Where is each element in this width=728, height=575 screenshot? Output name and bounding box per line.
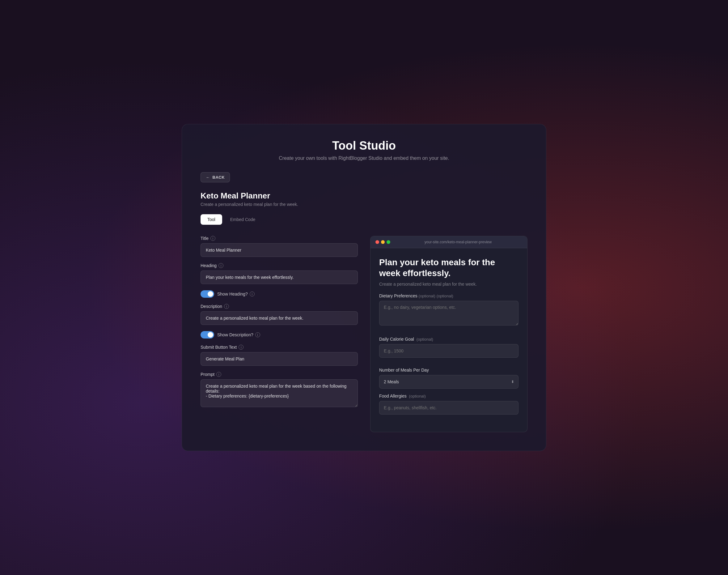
- browser-dots: [375, 240, 390, 244]
- main-container: Tool Studio Create your own tools with R…: [182, 124, 546, 451]
- calorie-optional-text: (optional): [416, 337, 433, 342]
- show-description-toggle-row: Show Description? i: [201, 331, 358, 339]
- browser-dot-yellow: [381, 240, 385, 244]
- heading-input[interactable]: [201, 270, 358, 284]
- preview-allergies-input[interactable]: [379, 401, 518, 414]
- show-heading-label: Show Heading? i: [217, 292, 255, 297]
- preview-allergies-group: Food Allergies (optional): [379, 394, 518, 419]
- preview-calorie-input[interactable]: [379, 344, 518, 358]
- submit-button-info-icon[interactable]: i: [239, 345, 244, 350]
- show-description-label: Show Description? i: [217, 332, 260, 337]
- preview-heading: Plan your keto meals for the week effort…: [379, 257, 518, 278]
- title-field-label: Title i: [201, 236, 358, 241]
- heading-info-icon[interactable]: i: [218, 263, 223, 268]
- browser-content: Plan your keto meals for the week effort…: [370, 248, 527, 432]
- preview-allergies-label: Food Allergies (optional): [379, 394, 518, 399]
- left-panel: Title i Heading i Show Heading? i: [201, 236, 358, 432]
- browser-window: your-site.com/keto-meal-planner-preview …: [370, 236, 527, 432]
- browser-dot-green: [387, 240, 390, 244]
- dietary-optional-text: (optional): [437, 294, 453, 298]
- submit-button-field-label: Submit Button Text i: [201, 345, 358, 350]
- preview-calorie-label: Daily Calorie Goal (optional): [379, 337, 518, 342]
- preview-meals-group: Number of Meals Per Day 2 Meals 3 Meals …: [379, 368, 518, 388]
- preview-meals-select-wrapper: 2 Meals 3 Meals 4 Meals 5 Meals ⬍: [379, 375, 518, 388]
- preview-description: Create a personalized keto meal plan for…: [379, 282, 518, 286]
- back-button-label: BACK: [213, 175, 225, 180]
- preview-meals-select[interactable]: 2 Meals 3 Meals 4 Meals 5 Meals: [379, 375, 518, 388]
- page-subtitle: Create your own tools with RightBlogger …: [201, 156, 527, 161]
- back-button[interactable]: ← BACK: [201, 172, 230, 182]
- prompt-info-icon[interactable]: i: [216, 372, 221, 377]
- tool-name: Keto Meal Planner: [201, 191, 527, 201]
- submit-button-input[interactable]: [201, 352, 358, 366]
- tool-title-section: Keto Meal Planner Create a personalized …: [201, 191, 527, 207]
- content-grid: Title i Heading i Show Heading? i: [201, 236, 527, 432]
- browser-url: your-site.com/keto-meal-planner-preview: [394, 240, 522, 244]
- heading-field-group: Heading i: [201, 263, 358, 284]
- tool-description: Create a personalized keto meal plan for…: [201, 202, 527, 207]
- prompt-field-group: Prompt i Create a personalized keto meal…: [201, 372, 358, 407]
- heading-field-label: Heading i: [201, 263, 358, 268]
- show-heading-toggle-row: Show Heading? i: [201, 290, 358, 298]
- show-heading-toggle[interactable]: [201, 290, 214, 298]
- description-field-group: Description i: [201, 304, 358, 325]
- page-title: Tool Studio: [201, 139, 527, 153]
- preview-dietary-textarea[interactable]: [379, 301, 518, 326]
- preview-meals-label: Number of Meals Per Day: [379, 368, 518, 373]
- preview-dietary-label: Dietary Preferences (optional) (optional…: [379, 293, 518, 298]
- page-header: Tool Studio Create your own tools with R…: [201, 139, 527, 161]
- browser-bar: your-site.com/keto-meal-planner-preview: [370, 236, 527, 248]
- description-info-icon[interactable]: i: [224, 304, 229, 309]
- allergies-optional-text: (optional): [409, 394, 426, 399]
- tab-embed-code[interactable]: Embed Code: [223, 214, 262, 225]
- description-input[interactable]: [201, 311, 358, 325]
- tabs-row: Tool Embed Code: [201, 214, 527, 225]
- title-field-group: Title i: [201, 236, 358, 257]
- description-field-label: Description i: [201, 304, 358, 309]
- show-heading-info-icon[interactable]: i: [250, 292, 255, 297]
- prompt-textarea[interactable]: Create a personalized keto meal plan for…: [201, 379, 358, 407]
- show-description-toggle[interactable]: [201, 331, 214, 339]
- browser-dot-red: [375, 240, 379, 244]
- right-panel: your-site.com/keto-meal-planner-preview …: [370, 236, 527, 432]
- submit-button-field-group: Submit Button Text i: [201, 345, 358, 366]
- show-description-info-icon[interactable]: i: [255, 332, 260, 337]
- preview-calorie-group: Daily Calorie Goal (optional): [379, 337, 518, 363]
- prompt-field-label: Prompt i: [201, 372, 358, 377]
- tab-tool[interactable]: Tool: [201, 214, 222, 225]
- back-arrow-icon: ←: [206, 175, 210, 180]
- title-info-icon[interactable]: i: [211, 236, 215, 241]
- title-input[interactable]: [201, 243, 358, 257]
- preview-dietary-group: Dietary Preferences (optional) (optional…: [379, 293, 518, 332]
